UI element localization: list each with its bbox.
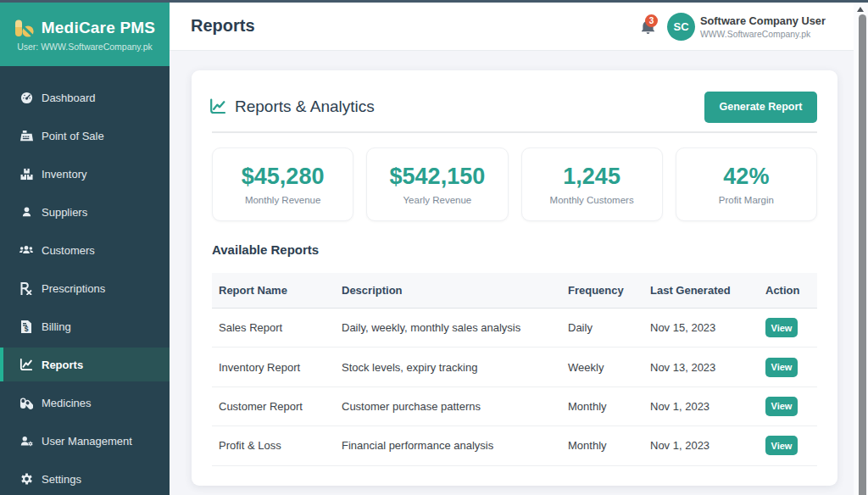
svg-text:$: $ <box>25 324 29 332</box>
